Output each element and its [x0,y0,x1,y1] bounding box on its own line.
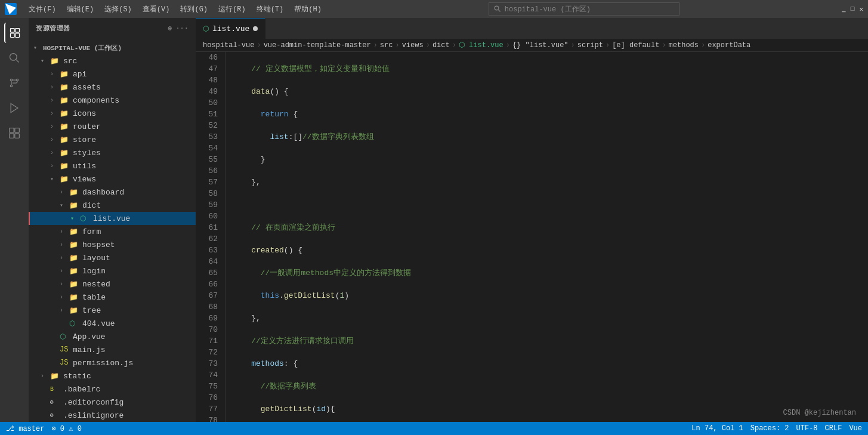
sidebar-item-editorconfig[interactable]: › ⚙ .editorconfig [29,396,196,409]
sidebar-item-router[interactable]: › 📁 router [29,120,196,133]
line-60: //数据字典列表 [233,381,868,392]
explorer-icon[interactable] [4,23,24,43]
extensions-icon[interactable] [4,123,24,143]
breadcrumb-script[interactable]: script [577,41,603,50]
breadcrumb-methods[interactable]: methods [669,41,699,50]
sidebar-item-list-vue[interactable]: ▾ ⬡ list.vue [29,212,196,225]
folder-icon: 📁 [50,372,61,381]
status-encoding[interactable]: UTF-8 [796,424,818,433]
hospset-label: hospset [82,240,115,249]
status-line-ending[interactable]: CRLF [825,424,842,433]
babel-icon: B [50,386,61,393]
sidebar-item-permission-js[interactable]: › JS permission.js [29,356,196,369]
svg-rect-15 [15,134,20,138]
debug-icon[interactable] [4,98,24,118]
404-label: 404.vue [82,319,115,328]
components-label: components [73,96,119,105]
sidebar-item-babelrc[interactable]: › B .babelrc [29,382,196,396]
code-editor[interactable]: // 定义数据模型，如定义变量和初始值 data() { return { li… [226,52,868,422]
breadcrumb-exportdata[interactable]: exportData [708,41,750,50]
vue-file-icon-app: ⬡ [60,332,70,341]
editor-area: ⬡ list.vue hospital-vue › vue-admin-temp… [196,18,868,422]
tab-list-vue[interactable]: ⬡ list.vue [196,18,265,39]
status-branch[interactable]: ⎇ master [6,424,44,433]
sidebar-item-styles[interactable]: › 📁 styles [29,146,196,159]
sidebar-item-views[interactable]: ▾ 📁 views [29,172,196,186]
menu-view[interactable]: 查看(V) [138,3,175,16]
sidebar-item-dashboard[interactable]: › 📁 dashboard [29,186,196,199]
sidebar-header-icons: ⊕ ··· [168,24,189,32]
folder-icon: 📁 [60,70,70,79]
breadcrumb-default[interactable]: [e] default [612,41,659,50]
breadcrumb-list-vue[interactable]: ⬡ list.vue [459,41,503,50]
breadcrumb-dict[interactable]: dict [433,41,450,50]
sidebar-item-tree[interactable]: › 📁 tree [29,304,196,317]
folder-icon: 📁 [69,240,80,249]
sidebar-item-static[interactable]: › 📁 static [29,369,196,382]
sidebar-item-components[interactable]: › 📁 components [29,94,196,107]
menu-edit[interactable]: 编辑(E) [62,3,99,16]
svg-rect-13 [15,128,20,133]
status-spaces[interactable]: Spaces: 2 [750,424,789,433]
tab-label: list.vue [212,24,249,33]
menu-file[interactable]: 文件(F) [24,3,61,16]
sidebar-item-layout[interactable]: › 📁 layout [29,251,196,264]
activity-bar [0,18,29,422]
sidebar-item-eslintignore[interactable]: › ⚙ .eslintignore [29,409,196,422]
menu-select[interactable]: 选择(S) [100,3,137,16]
static-label: static [63,372,91,381]
eslintignore-label: .eslintignore [63,411,123,420]
status-errors[interactable]: ⊗ 0 ⚠ 0 [51,424,81,433]
line-57: }, [233,313,868,324]
code-container[interactable]: 46 47 48 49 50 51 52 53 54 55 56 57 58 5… [196,52,868,422]
folder-icon: 📁 [69,201,80,210]
sidebar-item-table[interactable]: › 📁 table [29,291,196,304]
sidebar-item-src[interactable]: ▾ 📁 src [29,54,196,67]
source-control-icon[interactable] [4,73,24,93]
breadcrumb-hospital[interactable]: hospital-vue [203,41,254,50]
sidebar-item-app-vue[interactable]: › ⬡ App.vue [29,330,196,343]
sidebar-item-main-js[interactable]: › JS main.js [29,343,196,356]
status-language[interactable]: Vue [849,424,862,433]
styles-label: styles [73,149,101,158]
sidebar-item-icons[interactable]: › 📁 icons [29,107,196,120]
folder-icon: 📁 [60,122,70,131]
search-box[interactable]: hospital-vue (工作区) [489,2,679,16]
sidebar-item-dict[interactable]: ▾ 📁 dict [29,199,196,212]
workspace-root[interactable]: ▾ HOSPITAL-VUE (工作区) [29,41,196,54]
sidebar-item-store[interactable]: › 📁 store [29,133,196,146]
sidebar-item-nested[interactable]: › 📁 nested [29,277,196,291]
login-label: login [82,267,106,276]
title-bar-center: hospital-vue (工作区) [326,2,842,16]
search-activity-icon[interactable] [4,48,24,68]
tab-bar: ⬡ list.vue [196,18,868,39]
sidebar-item-assets[interactable]: › 📁 assets [29,81,196,94]
sidebar-item-login[interactable]: › 📁 login [29,264,196,277]
new-file-icon[interactable]: ⊕ [168,24,172,32]
breadcrumb-template[interactable]: vue-admin-template-master [264,41,371,50]
folder-icon: 📁 [60,96,70,105]
sidebar-item-hospset[interactable]: › 📁 hospset [29,238,196,251]
sidebar-item-api[interactable]: › 📁 api [29,67,196,81]
menu-bar: 文件(F) 编辑(E) 选择(S) 查看(V) 转到(G) 运行(R) 终端(T… [24,3,326,16]
line-58: //定义方法进行请求接口调用 [233,335,868,347]
sidebar-header: 资源管理器 ⊕ ··· [29,18,196,39]
breadcrumb-views[interactable]: views [402,41,424,50]
menu-run[interactable]: 运行(R) [214,3,251,16]
menu-goto[interactable]: 转到(G) [175,3,212,16]
vue-tab-icon: ⬡ [203,24,209,33]
tab-modified-dot [253,26,258,31]
sidebar-item-utils[interactable]: › 📁 utils [29,159,196,172]
breadcrumb-json[interactable]: {} "list.vue" [512,41,569,50]
sidebar-item-form[interactable]: › 📁 form [29,225,196,238]
app-vue-label: App.vue [73,332,106,341]
svg-point-6 [10,54,17,61]
line-54: created() { [233,245,868,256]
menu-terminal[interactable]: 终端(T) [252,3,289,16]
breadcrumb-src[interactable]: src [380,41,393,50]
svg-marker-11 [11,104,18,113]
status-ln-col[interactable]: Ln 74, Col 1 [691,424,743,433]
more-options-icon[interactable]: ··· [176,24,189,32]
menu-help[interactable]: 帮助(H) [289,3,326,16]
sidebar-item-404[interactable]: › ⬡ 404.vue [29,317,196,330]
